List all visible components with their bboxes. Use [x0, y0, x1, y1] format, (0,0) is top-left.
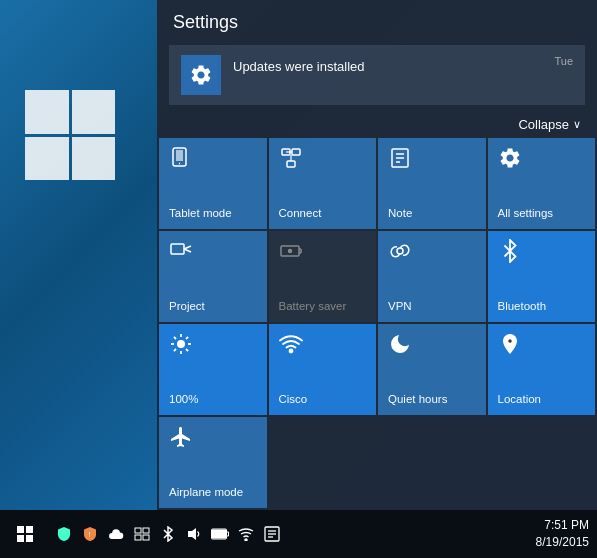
cloud-sync-icon [108, 526, 124, 542]
svg-point-31 [507, 339, 512, 344]
start-button[interactable] [0, 510, 50, 558]
tile-cisco-label: Cisco [279, 393, 308, 407]
shield-icon [56, 526, 72, 542]
project-icon [169, 239, 193, 267]
wifi-tb-icon [238, 527, 254, 541]
svg-rect-32 [17, 526, 24, 533]
vpn-icon [388, 239, 412, 267]
svg-point-20 [397, 248, 403, 254]
svg-line-29 [174, 349, 176, 351]
tile-connect[interactable]: Connect [269, 138, 377, 229]
tile-empty-3 [488, 417, 596, 508]
taskbar-icons: ! [50, 524, 536, 544]
battery-icon[interactable] [210, 524, 230, 544]
notification-icon [181, 55, 221, 95]
svg-line-27 [186, 349, 188, 351]
taskbar-date: 8/19/2015 [536, 534, 589, 551]
collapse-label: Collapse [518, 117, 569, 132]
svg-rect-33 [26, 526, 33, 533]
notification-time: Tue [554, 55, 573, 67]
tile-note[interactable]: Note [378, 138, 486, 229]
action-center-header: Settings [157, 0, 597, 41]
tile-vpn[interactable]: VPN [378, 231, 486, 322]
tile-bluetooth[interactable]: Bluetooth [488, 231, 596, 322]
tile-location[interactable]: Location [488, 324, 596, 415]
connect-icon [279, 146, 303, 174]
tile-vpn-label: VPN [388, 300, 412, 314]
taskbar-bluetooth-icon[interactable] [158, 524, 178, 544]
bluetooth-icon [498, 239, 522, 267]
settings-icon [189, 63, 213, 87]
action-center-title: Settings [173, 12, 238, 33]
tile-cisco[interactable]: Cisco [269, 324, 377, 415]
tile-empty-2 [378, 417, 486, 508]
battery-tb-icon [211, 528, 229, 540]
cloud-icon[interactable] [106, 524, 126, 544]
taskbar-clock[interactable]: 7:51 PM 8/19/2015 [536, 517, 589, 551]
svg-point-47 [245, 539, 247, 541]
tile-quiet-hours-label: Quiet hours [388, 393, 447, 407]
svg-rect-1 [176, 150, 183, 161]
wifi-icon[interactable] [236, 524, 256, 544]
svg-rect-34 [17, 535, 24, 542]
volume-icon[interactable] [184, 524, 204, 544]
security-icon[interactable] [54, 524, 74, 544]
action-center: Settings Updates were installed Tue Coll… [157, 0, 597, 510]
bluetooth-tb-icon [161, 526, 175, 542]
windows-logo-icon [17, 526, 33, 542]
svg-rect-12 [171, 244, 184, 254]
tile-empty-1 [269, 417, 377, 508]
brightness-icon [169, 332, 193, 360]
all-settings-icon [498, 146, 522, 174]
taskbar: ! 7:51 PM 8/19/20 [0, 510, 597, 558]
notification-center-icon [264, 526, 280, 542]
tile-brightness[interactable]: 100% [159, 324, 267, 415]
svg-point-21 [177, 340, 185, 348]
svg-point-19 [288, 250, 291, 253]
tile-tablet-mode-label: Tablet mode [169, 207, 232, 221]
task-view-icon [134, 526, 150, 542]
svg-point-30 [289, 350, 292, 353]
tablet-mode-icon [169, 146, 193, 174]
quick-actions-grid: Tablet mode Connect Note All settings [157, 136, 597, 510]
quiet-hours-icon [388, 332, 412, 360]
tile-battery-saver[interactable]: Battery saver [269, 231, 377, 322]
svg-rect-38 [143, 528, 149, 533]
svg-rect-4 [292, 149, 300, 155]
tile-brightness-label: 100% [169, 393, 198, 407]
tile-project[interactable]: Project [159, 231, 267, 322]
tile-airplane-mode[interactable]: Airplane mode [159, 417, 267, 508]
tile-tablet-mode[interactable]: Tablet mode [159, 138, 267, 229]
svg-marker-41 [188, 528, 196, 540]
tile-bluetooth-label: Bluetooth [498, 300, 547, 314]
svg-rect-40 [143, 535, 149, 540]
alert-shield-icon: ! [82, 526, 98, 542]
notification-item[interactable]: Updates were installed Tue [169, 45, 585, 105]
svg-rect-35 [26, 535, 33, 542]
location-icon [498, 332, 522, 360]
svg-rect-37 [135, 528, 141, 533]
speaker-icon [186, 526, 202, 542]
tile-battery-saver-label: Battery saver [279, 300, 347, 314]
tile-all-settings[interactable]: All settings [488, 138, 596, 229]
tile-airplane-mode-label: Airplane mode [169, 486, 243, 500]
tile-note-label: Note [388, 207, 412, 221]
tile-quiet-hours[interactable]: Quiet hours [378, 324, 486, 415]
tile-connect-label: Connect [279, 207, 322, 221]
tile-all-settings-label: All settings [498, 207, 554, 221]
battery-saver-icon [279, 239, 303, 267]
cisco-wifi-icon [279, 332, 303, 360]
action-center-button[interactable] [262, 524, 282, 544]
notification-text: Updates were installed [233, 55, 573, 74]
svg-rect-39 [135, 535, 141, 540]
svg-rect-43 [213, 530, 226, 538]
collapse-button[interactable]: Collapse ∨ [157, 113, 597, 136]
task-view-button[interactable] [132, 524, 152, 544]
collapse-chevron-icon: ∨ [573, 118, 581, 131]
svg-rect-5 [287, 161, 295, 167]
svg-line-28 [186, 337, 188, 339]
alert-icon[interactable]: ! [80, 524, 100, 544]
airplane-mode-icon [169, 425, 193, 453]
tile-location-label: Location [498, 393, 541, 407]
svg-line-26 [174, 337, 176, 339]
